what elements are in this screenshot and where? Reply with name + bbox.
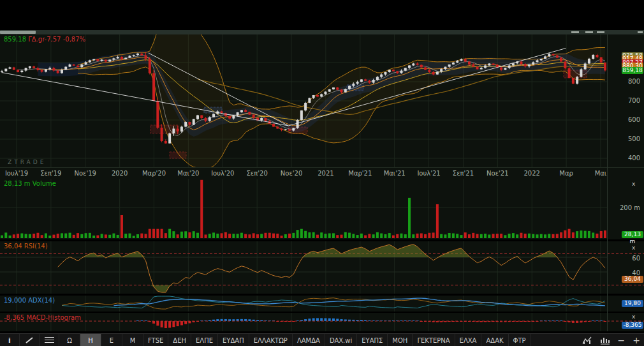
date-tick: Μαι [583, 170, 618, 177]
volume-legend: 28,13 m Volume [4, 180, 56, 187]
rsi-badge: 36,04 [622, 276, 643, 283]
window-minimize-button[interactable] [571, 31, 579, 33]
date-tick: Νοε'21 [480, 170, 515, 177]
rsi-legend: 36,04 RSI(14) [4, 243, 48, 250]
symbol-tabs: FTSEΔΕΗΕΛΠΕΕΥΔΑΠΕΛΛΑΚΤΩΡΛΑΜΔΑDAX.wiΕΥΑΠΣ… [143, 334, 531, 346]
price-badge: 859,18 [622, 67, 643, 74]
draw-button[interactable] [20, 334, 40, 346]
rsi-close-icon[interactable]: x [632, 245, 635, 251]
price-tick: 400 [608, 154, 640, 162]
ztrade-chart-window: 859,18 ΓΔ.gr-7,57 -0,87% ZTRADE 80070060… [0, 0, 644, 346]
info-icon: i [8, 336, 11, 345]
symbol-label: ΓΔ.gr [28, 36, 44, 43]
symbol-tab[interactable]: ΕΛΠΕ [191, 334, 218, 346]
info-button[interactable]: i [0, 334, 20, 346]
volume-panel: 28,13 m Volume 200 m 28,13 m x [0, 179, 644, 239]
change-label: -7,57 [45, 36, 61, 43]
top-strip [0, 0, 644, 30]
last-price-label: 859,18 [4, 36, 26, 43]
date-tick: Ιουλ'21 [412, 170, 446, 177]
price-tick: 700 [608, 97, 640, 104]
main-price-panel: 859,18 ΓΔ.gr-7,57 -0,87% ZTRADE 80070060… [0, 34, 644, 167]
indicator-list-button[interactable] [40, 334, 59, 346]
adx-badge: 19,00 [622, 300, 643, 307]
date-tick: Σεπ'19 [34, 170, 68, 177]
volume-canvas[interactable] [0, 179, 644, 239]
symbol-tab[interactable]: ΕΛΧΑ [455, 334, 482, 346]
pencil-icon [25, 336, 34, 344]
date-tick: Μαι'21 [377, 170, 412, 177]
date-tick: 2020 [103, 170, 137, 177]
rsi-level-60: 60 [608, 255, 640, 262]
price-tick: 500 [608, 135, 640, 142]
window-restore-button[interactable] [585, 31, 593, 33]
period-button-Ω[interactable]: Ω [59, 334, 80, 346]
adx-legend: 19,000 ADX(14) [4, 297, 55, 304]
date-tick: Σεπ'20 [240, 170, 274, 177]
symbol-tab[interactable]: DAX.wi [325, 334, 357, 346]
symbol-tab[interactable]: ΕΥΑΠΣ [357, 334, 388, 346]
price-tick: 800 [608, 78, 640, 85]
volume-badge: 28,13 m [622, 231, 643, 238]
symbol-tab[interactable]: ΛΑΜΔΑ [293, 334, 325, 346]
macd-close-icon[interactable]: x [632, 314, 635, 320]
date-tick: 2021 [309, 170, 343, 177]
adx-close-icon[interactable]: x [633, 300, 636, 306]
price-axis-separator [607, 34, 608, 331]
period-buttons: ΩΗΕΜ [59, 334, 143, 346]
symbol-tab[interactable]: ΕΛΛΑΚΤΩΡ [249, 334, 293, 346]
chart-scrollbar-track[interactable] [0, 30, 644, 34]
rsi-canvas[interactable] [0, 241, 644, 294]
symbol-tab[interactable]: ΦΤΡ [509, 334, 531, 346]
macd-panel: -8,365 MACD-Histogram -8,365 x [0, 313, 644, 331]
price-tick: 600 [608, 116, 640, 123]
period-button-Ε[interactable]: Ε [101, 334, 122, 346]
histogram-icon[interactable] [600, 336, 610, 345]
date-tick: Μαρ'21 [343, 170, 377, 177]
date-tick: Μαρ'20 [137, 170, 172, 177]
symbol-tab[interactable]: ΕΥΔΑΠ [218, 334, 249, 346]
main-chart-canvas[interactable] [0, 34, 644, 167]
list-icon [45, 337, 54, 343]
date-tick: Ιουλ'19 [0, 170, 34, 177]
period-button-Μ[interactable]: Μ [122, 334, 143, 346]
period-button-Η[interactable]: Η [80, 334, 101, 346]
date-tick: Ιουλ'20 [205, 170, 240, 177]
symbol-tab[interactable]: FTSE [143, 334, 168, 346]
change-pct-label: -0,87% [63, 36, 85, 43]
date-tick: 2022 [515, 170, 549, 177]
adx-canvas[interactable] [0, 296, 644, 312]
chart-type-icon[interactable] [582, 336, 592, 345]
window-close-button[interactable] [597, 31, 604, 33]
date-tick: Σεπ'21 [446, 170, 480, 177]
symbol-tab[interactable]: ΔΕΗ [168, 334, 191, 346]
bottom-toolbar: i ΩΗΕΜ FTSEΔΕΗΕΛΠΕΕΥΔΑΠΕΛΛΑΚΤΩΡΛΑΜΔΑDAX.… [0, 333, 644, 346]
date-tick: Νοε'20 [274, 170, 309, 177]
scrollbar-thumb[interactable] [0, 31, 36, 34]
date-tick: Μαι'20 [171, 170, 205, 177]
date-tick: Νοε'19 [68, 170, 103, 177]
main-legend: 859,18 ΓΔ.gr-7,57 -0,87% [4, 36, 85, 43]
zoom-out-button[interactable]: − [618, 336, 626, 345]
date-axis[interactable]: Ιουλ'19Σεπ'19Νοε'192020Μαρ'20Μαι'20Ιουλ'… [0, 167, 644, 180]
macd-badge: -8,365 [622, 322, 643, 329]
ztrade-watermark: ZTRADE [8, 159, 46, 165]
volume-axis-200m: 200 m [608, 204, 640, 211]
date-tick: Μαρ [549, 170, 583, 177]
symbol-tab[interactable]: ΜΟΗ [388, 334, 413, 346]
symbol-tab[interactable]: ΑΔΑΚ [481, 334, 508, 346]
toolbar-right: − + [582, 334, 640, 346]
zoom-in-button[interactable]: + [633, 336, 640, 345]
macd-canvas[interactable] [0, 313, 644, 331]
scrollbar-arrow[interactable] [638, 31, 643, 33]
rsi-panel: 36,04 RSI(14) 60 40 36,04 x [0, 241, 644, 294]
volume-close-icon[interactable]: x [632, 181, 635, 187]
macd-legend: -8,365 MACD-Histogram [4, 314, 81, 321]
adx-panel: 19,000 ADX(14) 19,00 x [0, 296, 644, 312]
symbol-tab[interactable]: ΓΕΚΤΕΡΝΑ [413, 334, 455, 346]
